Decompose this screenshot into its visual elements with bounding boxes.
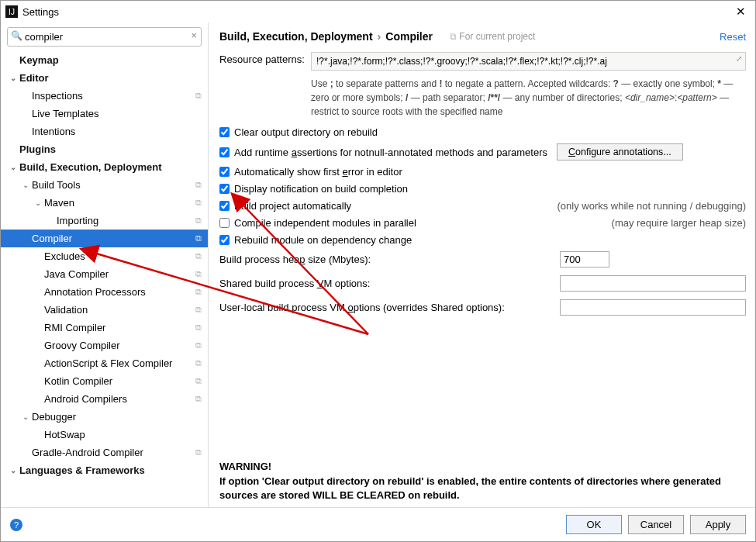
sidebar-item-groovy-compiler[interactable]: •Groovy Compiler⧉ — [1, 337, 208, 354]
sidebar-item-maven[interactable]: ⌄Maven⧉ — [1, 194, 208, 212]
sidebar-item-keymap[interactable]: •Keymap — [1, 51, 208, 69]
sidebar-item-android-compilers[interactable]: •Android Compilers⧉ — [1, 390, 208, 408]
sidebar-item-label: Inspections — [32, 90, 192, 102]
sidebar-item-label: Groovy Compiler — [44, 340, 192, 351]
project-scope-icon: ⧉ — [195, 91, 202, 101]
sidebar-item-compiler[interactable]: ⌄Compiler⧉ — [1, 230, 208, 247]
sidebar: 🔍 × •Keymap⌄Editor•Inspections⧉•Live Tem… — [1, 22, 209, 507]
rebuild-dep-checkbox[interactable] — [219, 235, 230, 245]
close-icon[interactable]: ✕ — [731, 3, 751, 20]
user-vm-input[interactable] — [560, 299, 746, 316]
auto-show-error-checkbox[interactable] — [219, 167, 230, 177]
breadcrumb-parent: Build, Execution, Deployment — [219, 30, 373, 43]
sidebar-item-intentions[interactable]: •Intentions — [1, 123, 208, 140]
clear-search-icon[interactable]: × — [191, 29, 197, 41]
sidebar-item-build-tools[interactable]: ⌄Build Tools⧉ — [1, 176, 208, 194]
help-icon[interactable]: ? — [10, 519, 22, 531]
shared-vm-input[interactable] — [560, 275, 746, 292]
sidebar-item-editor[interactable]: ⌄Editor — [1, 69, 208, 87]
expand-icon[interactable]: ⤢ — [736, 54, 742, 63]
auto-show-error-label: Automatically show first error in editor — [234, 166, 402, 178]
project-scope-icon: ⧉ — [195, 358, 202, 368]
sidebar-item-label: RMI Compiler — [44, 322, 192, 333]
breadcrumb: Build, Execution, Deployment›Compiler Fo… — [219, 30, 746, 43]
compile-parallel-hint: (may require larger heap size) — [612, 217, 746, 229]
sidebar-item-label: Debugger — [32, 411, 202, 423]
resource-patterns-value: !?*.java;!?*.form;!?*.class;!?*.groovy;!… — [316, 56, 607, 67]
sidebar-item-importing[interactable]: •Importing⧉ — [1, 212, 208, 230]
sidebar-item-label: Validation — [44, 304, 192, 316]
footer: ? OK Cancel Apply — [1, 507, 755, 541]
user-vm-label: User-local build process VM options (ove… — [219, 302, 505, 313]
breadcrumb-current: Compiler — [385, 30, 433, 43]
reset-link[interactable]: Reset — [720, 31, 746, 43]
warning-text: If option 'Clear output directory on reb… — [219, 475, 746, 502]
project-scope-icon: ⧉ — [195, 447, 202, 457]
configure-annotations-button[interactable]: Configure annotations... — [557, 143, 683, 161]
chevron-down-icon: ⌄ — [9, 74, 18, 82]
sidebar-item-live-templates[interactable]: •Live Templates — [1, 105, 208, 123]
sidebar-item-java-compiler[interactable]: •Java Compiler⧉ — [1, 265, 208, 283]
sidebar-item-validation[interactable]: •Validation⧉ — [1, 301, 208, 319]
heap-size-input[interactable] — [560, 251, 609, 268]
project-scope-icon: ⧉ — [195, 216, 202, 226]
sidebar-item-label: Build, Execution, Deployment — [19, 161, 202, 173]
sidebar-item-label: Excludes — [44, 250, 192, 262]
display-notification-checkbox[interactable] — [219, 184, 230, 194]
sidebar-item-languages-frameworks[interactable]: ⌄Languages & Frameworks — [1, 461, 208, 479]
project-scope-icon: ⧉ — [195, 233, 202, 243]
sidebar-item-label: Live Templates — [32, 108, 202, 119]
sidebar-item-label: HotSwap — [44, 429, 202, 440]
window-title: Settings — [22, 6, 59, 18]
compile-parallel-checkbox[interactable] — [219, 218, 230, 228]
sidebar-item-hotswap[interactable]: •HotSwap — [1, 426, 208, 444]
warning-title: WARNING! — [219, 460, 746, 474]
project-scope-icon: ⧉ — [195, 340, 202, 350]
title-bar: IJ Settings ✕ — [1, 1, 755, 22]
project-scope-icon: ⧉ — [195, 198, 202, 208]
sidebar-item-plugins[interactable]: •Plugins — [1, 140, 208, 158]
cancel-button[interactable]: Cancel — [628, 515, 684, 534]
sidebar-item-label: ActionScript & Flex Compiler — [44, 357, 192, 369]
resource-patterns-label: Resource patterns: — [219, 52, 311, 65]
project-scope-icon: ⧉ — [195, 305, 202, 315]
compile-parallel-label: Compile independent modules in parallel — [234, 217, 416, 229]
sidebar-item-label: Gradle-Android Compiler — [32, 447, 192, 458]
sidebar-item-gradle-android-compiler[interactable]: •Gradle-Android Compiler⧉ — [1, 444, 208, 461]
settings-tree[interactable]: •Keymap⌄Editor•Inspections⧉•Live Templat… — [1, 51, 208, 507]
sidebar-item-kotlin-compiler[interactable]: •Kotlin Compiler⧉ — [1, 372, 208, 390]
build-auto-checkbox[interactable] — [219, 201, 230, 211]
chevron-down-icon: ⌄ — [21, 234, 30, 243]
sidebar-item-excludes[interactable]: •Excludes⧉ — [1, 247, 208, 265]
sidebar-item-label: Compiler — [32, 233, 192, 244]
heap-size-label: Build process heap size (Mbytes): — [219, 254, 371, 265]
chevron-down-icon: ⌄ — [21, 181, 30, 189]
sidebar-item-rmi-compiler[interactable]: •RMI Compiler⧉ — [1, 319, 208, 337]
rebuild-dep-label: Rebuild module on dependency change — [234, 234, 412, 246]
project-scope-icon: ⧉ — [195, 269, 202, 279]
add-runtime-checkbox[interactable] — [219, 147, 230, 157]
project-scope-icon: ⧉ — [195, 251, 202, 261]
sidebar-item-label: Build Tools — [32, 179, 192, 191]
sidebar-item-inspections[interactable]: •Inspections⧉ — [1, 87, 208, 105]
shared-vm-label: Shared build process VM options: — [219, 278, 370, 289]
search-input[interactable] — [7, 27, 202, 47]
search-icon: 🔍 — [11, 30, 22, 41]
sidebar-item-label: Maven — [44, 197, 192, 209]
resource-patterns-input[interactable]: !?*.java;!?*.form;!?*.class;!?*.groovy;!… — [311, 52, 746, 71]
sidebar-item-debugger[interactable]: ⌄Debugger — [1, 408, 208, 426]
clear-output-checkbox[interactable] — [219, 127, 230, 137]
sidebar-item-annotation-processors[interactable]: •Annotation Processors⧉ — [1, 283, 208, 301]
sidebar-item-actionscript-flex-compiler[interactable]: •ActionScript & Flex Compiler⧉ — [1, 354, 208, 372]
ok-button[interactable]: OK — [566, 515, 622, 534]
sidebar-item-label: Intentions — [32, 126, 202, 137]
build-auto-label: Build project automatically — [234, 200, 351, 212]
resource-patterns-help: Use ; to separate patterns and ! to nega… — [311, 77, 746, 119]
display-notification-label: Display notification on build completion — [234, 183, 408, 195]
sidebar-item-label: Keymap — [19, 54, 202, 66]
app-icon: IJ — [5, 5, 18, 18]
chevron-down-icon: ⌄ — [21, 413, 30, 421]
sidebar-item-label: Editor — [19, 72, 202, 84]
apply-button[interactable]: Apply — [690, 515, 746, 534]
sidebar-item-build-execution-deployment[interactable]: ⌄Build, Execution, Deployment — [1, 158, 208, 176]
